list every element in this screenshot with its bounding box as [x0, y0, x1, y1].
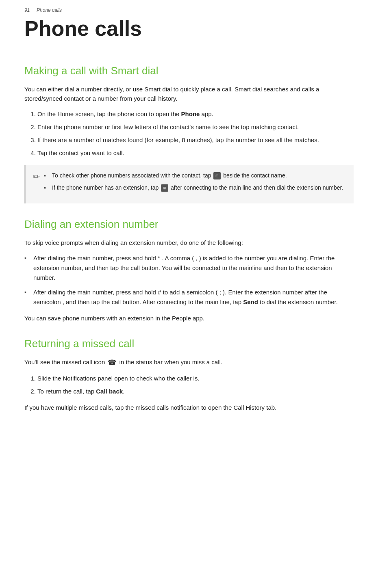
section-dialing-extension-outro: You can save phone numbers with an exten…: [24, 313, 354, 323]
return-step-2: To return the call, tap Call back.: [37, 387, 354, 396]
section-dialing-extension-intro: To skip voice prompts when dialing an ex…: [24, 238, 354, 247]
note-content: To check other phone numbers associated …: [44, 171, 343, 196]
section-dialing-extension: Dialing an extension number To skip voic…: [24, 218, 354, 323]
page-container: Part of a manual for CE/FCC certificatio…: [0, 0, 378, 443]
section-title-dialing-extension: Dialing an extension number: [24, 218, 354, 231]
extension-bullet-1: After dialing the main number, press and…: [24, 253, 354, 283]
return-step-1: Slide the Notifications panel open to ch…: [37, 374, 354, 383]
step-1: On the Home screen, tap the phone icon t…: [37, 109, 354, 119]
making-a-call-steps: On the Home screen, tap the phone icon t…: [37, 109, 354, 158]
step-4: Tap the contact you want to call.: [37, 148, 354, 158]
section-title-making-a-call: Making a call with Smart dial: [24, 65, 354, 77]
note-item-2: If the phone number has an extension, ta…: [44, 183, 343, 192]
missed-call-icon: ☎: [108, 357, 116, 368]
section-returning-missed-call: Returning a missed call You'll see the m…: [24, 337, 354, 413]
section-returning-missed-call-outro: If you have multiple missed calls, tap t…: [24, 403, 354, 412]
extension-bullets: After dialing the main number, press and…: [24, 253, 354, 307]
page-number: 91: [24, 7, 30, 13]
step-3: If there are a number of matches found (…: [37, 135, 354, 145]
extension-bullet-2: After dialing the main number, press and…: [24, 288, 354, 307]
page-header: 91 Phone calls: [24, 7, 354, 13]
section-making-a-call-intro: You can either dial a number directly, o…: [24, 84, 354, 104]
section-making-a-call: Making a call with Smart dial You can ei…: [24, 65, 354, 203]
step-2: Enter the phone number or first few lett…: [37, 122, 354, 132]
returning-missed-call-steps: Slide the Notifications panel open to ch…: [37, 374, 354, 396]
dialpad-icon: ⊞: [161, 184, 168, 192]
note-box: ✏ To check other phone numbers associate…: [24, 165, 354, 204]
note-item-1: To check other phone numbers associated …: [44, 171, 343, 180]
section-title-returning-missed-call: Returning a missed call: [24, 337, 354, 350]
section-returning-missed-call-intro: You'll see the missed call icon ☎ in the…: [24, 357, 354, 368]
page-title: Phone calls: [24, 17, 354, 40]
pencil-icon: ✏: [33, 172, 40, 182]
grid-icon: ⊞: [213, 172, 221, 179]
header-title: Phone calls: [37, 7, 62, 13]
